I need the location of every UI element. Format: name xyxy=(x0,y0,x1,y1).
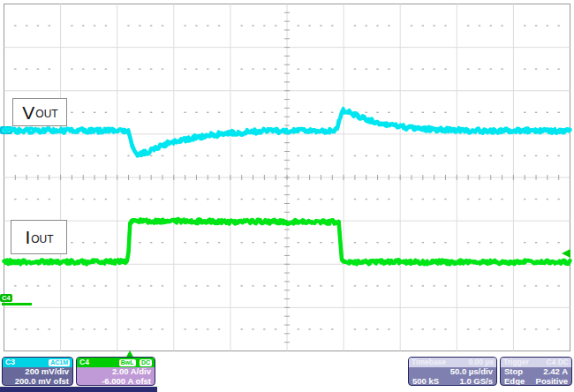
iout-label-base: I xyxy=(25,228,30,246)
c4-box-title: C4 xyxy=(79,358,89,367)
bottom-edge-strip xyxy=(0,387,157,392)
c4-scale: 2.00 A/div xyxy=(77,367,155,377)
trigger-level-value: 2.42 A xyxy=(543,367,568,377)
graticule xyxy=(0,0,574,392)
timebase-sample-rate: 1.0 GS/s xyxy=(460,377,494,387)
c3-coupling-badge: AC1M xyxy=(49,359,70,366)
timebase-box[interactable]: Timebase 0.00 µs 50.0 µs/div 500 kS 1.0 … xyxy=(408,357,497,386)
timebase-samples: 500 kS xyxy=(412,377,439,387)
c4-bandwidth-limit-badge: BwL xyxy=(119,359,136,366)
iout-label-sub: OUT xyxy=(31,234,53,245)
vout-label-base: V xyxy=(22,103,34,122)
trigger-mode: Stop xyxy=(504,367,523,377)
trigger-slope: Positive xyxy=(536,377,568,387)
c4-offset: -6.000 A ofst xyxy=(77,377,155,387)
c3-box-title: C3 xyxy=(5,358,15,367)
c3-offset: 200.0 mV ofst xyxy=(3,377,72,387)
c4-descriptor-box[interactable]: C4 BwL DC 2.00 A/div -6.000 A ofst xyxy=(76,357,155,386)
trigger-box[interactable]: Trigger C4 DC Stop 2.42 A Edge Positive xyxy=(500,357,572,386)
vout-label-sub: OUT xyxy=(35,109,57,119)
trigger-type: Edge xyxy=(504,377,525,387)
trigger-level-marker[interactable] xyxy=(562,249,570,258)
timebase-scale: 50.0 µs/div xyxy=(409,367,496,377)
c3-scale: 200 mV/div xyxy=(3,367,72,377)
c3-zero-marker[interactable]: C3 xyxy=(0,126,12,134)
oscilloscope-screen: C3 C4 VOUT IOUT C3 AC1M 200 mV/div 200.0… xyxy=(0,0,574,392)
vout-label: VOUT xyxy=(12,98,67,126)
c4-zero-level-line xyxy=(2,303,32,305)
c3-descriptor-box[interactable]: C3 AC1M 200 mV/div 200.0 mV ofst xyxy=(2,357,73,386)
c4-coupling-badge: DC xyxy=(140,359,152,366)
iout-label: IOUT xyxy=(11,220,67,254)
timebase-header-label: Timebase xyxy=(412,358,446,367)
c4-zero-marker[interactable]: C4 xyxy=(0,294,12,302)
